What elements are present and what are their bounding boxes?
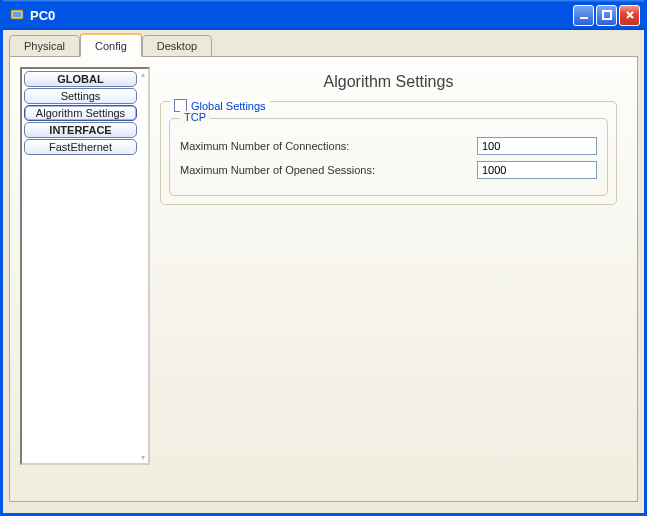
svg-rect-3 [603, 11, 611, 19]
tcp-group: TCP Maximum Number of Connections: Maxim… [169, 118, 608, 196]
sidebar-item-settings[interactable]: Settings [24, 88, 137, 104]
sidebar: GLOBAL Settings Algorithm Settings INTER… [20, 67, 150, 465]
max-conn-input[interactable] [477, 137, 597, 155]
tab-page: GLOBAL Settings Algorithm Settings INTER… [9, 56, 638, 502]
sidebar-item-algorithm-settings[interactable]: Algorithm Settings [24, 105, 137, 121]
sidebar-item-fastethernet[interactable]: FastEthernet [24, 139, 137, 155]
app-icon [9, 7, 25, 23]
app-window: PC0 Physical Config Desktop GLOBAL Setti… [0, 0, 647, 516]
max-sessions-input[interactable] [477, 161, 597, 179]
titlebar[interactable]: PC0 [3, 0, 644, 30]
close-button[interactable] [619, 5, 640, 26]
svg-rect-2 [580, 17, 588, 19]
sidebar-header-global[interactable]: GLOBAL [24, 71, 137, 87]
tabstrip: Physical Config Desktop [9, 32, 638, 56]
maximize-button[interactable] [596, 5, 617, 26]
client-area: Physical Config Desktop GLOBAL Settings … [3, 30, 644, 508]
tcp-legend: TCP [180, 111, 210, 123]
tab-desktop[interactable]: Desktop [142, 35, 212, 57]
sidebar-header-interface[interactable]: INTERFACE [24, 122, 137, 138]
main-area: Algorithm Settings Global Settings TCP M… [150, 67, 627, 491]
tab-config[interactable]: Config [80, 33, 142, 57]
sidebar-scrollbar[interactable]: ▴ ▾ [138, 70, 147, 462]
global-settings-group: Global Settings TCP Maximum Number of Co… [160, 101, 617, 205]
minimize-button[interactable] [573, 5, 594, 26]
svg-rect-1 [13, 12, 21, 17]
max-sessions-label: Maximum Number of Opened Sessions: [180, 164, 477, 176]
window-title: PC0 [30, 8, 573, 23]
global-settings-label: Global Settings [191, 100, 266, 112]
window-buttons [573, 5, 640, 26]
max-conn-label: Maximum Number of Connections: [180, 140, 477, 152]
page-title: Algorithm Settings [160, 73, 617, 91]
scroll-up-icon[interactable]: ▴ [141, 70, 145, 79]
tab-physical[interactable]: Physical [9, 35, 80, 57]
scroll-down-icon[interactable]: ▾ [141, 453, 145, 462]
